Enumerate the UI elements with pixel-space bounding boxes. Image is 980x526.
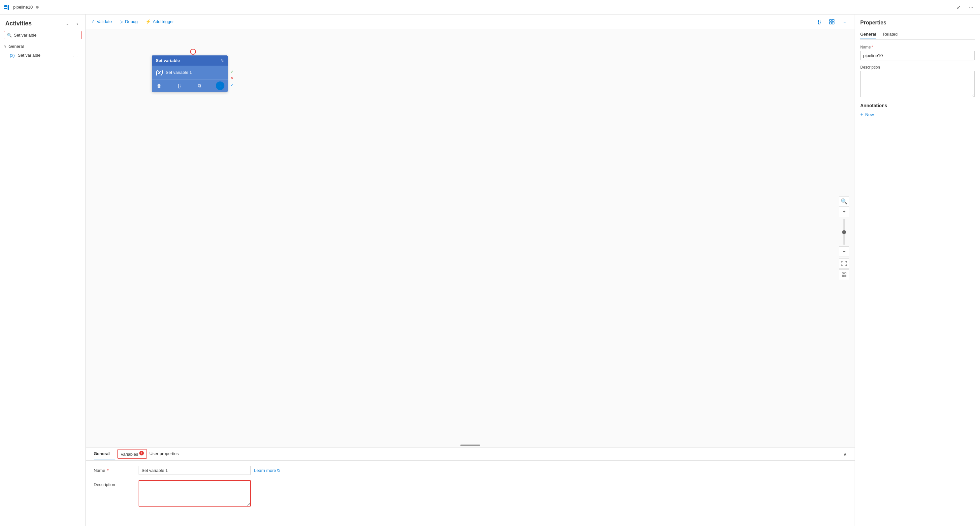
- tab-variables-label: Variables: [121, 452, 138, 457]
- svg-rect-10: [845, 275, 846, 277]
- sidebar-title: Activities: [5, 20, 32, 27]
- debug-button[interactable]: ▷ Debug: [120, 19, 138, 24]
- node-arrow-button[interactable]: →: [216, 81, 224, 90]
- props-name-label: Name *: [860, 45, 975, 49]
- props-name-required: *: [872, 45, 873, 49]
- canvas-resize-handle[interactable]: [460, 445, 480, 446]
- node-body-label: Set variable 1: [165, 70, 192, 75]
- chevron-down-icon: ∨: [4, 44, 6, 48]
- svg-rect-5: [829, 22, 832, 24]
- properties-tabs: General Related: [860, 30, 975, 40]
- validate-icon: ✓: [91, 19, 95, 24]
- layout-button[interactable]: [827, 17, 837, 27]
- name-form-label: Name *: [94, 466, 133, 473]
- node-body: (x) Set variable 1: [152, 66, 228, 79]
- zoom-in-button[interactable]: +: [839, 207, 850, 217]
- tab-variables[interactable]: Variables1: [118, 449, 146, 458]
- node-delete-button[interactable]: 🗑: [155, 82, 163, 90]
- props-description-textarea[interactable]: [860, 71, 975, 97]
- set-variable-label: Set variable: [18, 53, 41, 58]
- description-form-label: Description: [94, 480, 133, 487]
- description-textarea[interactable]: [138, 480, 251, 507]
- name-input[interactable]: [138, 466, 251, 475]
- node-code-button[interactable]: {}: [175, 82, 183, 90]
- node-var-icon: (x): [156, 69, 163, 76]
- collapse-icon[interactable]: ⌄: [63, 19, 72, 28]
- sidebar-header: Activities ⌄ ‹: [0, 14, 86, 30]
- add-trigger-button[interactable]: ⚡ Add trigger: [145, 19, 174, 24]
- props-tab-related-label: Related: [883, 32, 897, 37]
- search-box: 🔍: [4, 31, 81, 39]
- svg-rect-0: [4, 5, 7, 7]
- props-tab-related[interactable]: Related: [883, 30, 897, 39]
- node-success-icon[interactable]: ✓: [229, 68, 235, 75]
- pipeline-name: pipeline10: [13, 5, 33, 10]
- svg-rect-2: [8, 5, 9, 10]
- svg-rect-9: [842, 275, 843, 277]
- node-skip-icon[interactable]: ✓: [229, 82, 235, 88]
- fit-icon: [842, 261, 847, 266]
- zoom-slider-thumb[interactable]: [842, 230, 846, 234]
- learn-more-label: Learn more: [254, 468, 276, 473]
- tab-user-properties[interactable]: User properties: [150, 448, 184, 459]
- zoom-out-button[interactable]: −: [839, 246, 850, 257]
- debug-icon: ▷: [120, 19, 123, 24]
- drag-handle-icon: ⋮⋮: [72, 53, 79, 57]
- add-annotation-button[interactable]: + New: [860, 111, 975, 118]
- props-description-field: Description: [860, 65, 975, 98]
- props-tab-general-label: General: [860, 32, 876, 37]
- props-tab-general[interactable]: General: [860, 30, 876, 39]
- bottom-content: Name * Learn more ⧉ Description: [86, 461, 854, 512]
- search-input[interactable]: [14, 33, 78, 38]
- properties-panel: Properties General Related Name * Descri…: [854, 14, 980, 526]
- unsaved-indicator: [36, 6, 38, 9]
- toolbar: ✓ Validate ▷ Debug ⚡ Add trigger {}: [86, 14, 854, 29]
- canvas-area: ✓ Validate ▷ Debug ⚡ Add trigger {}: [86, 14, 854, 526]
- sidebar: Activities ⌄ ‹ 🔍 ∨ General (x) Set varia…: [0, 14, 86, 526]
- svg-rect-3: [829, 19, 832, 21]
- more-toolbar-button[interactable]: ···: [840, 17, 850, 27]
- plus-icon: +: [860, 111, 863, 118]
- toolbar-right-icons: {} ···: [815, 17, 850, 27]
- canvas[interactable]: Set variable ⤡ (x) Set variable 1 🗑 {} ⧉…: [86, 29, 854, 447]
- json-button[interactable]: {}: [815, 17, 824, 27]
- search-canvas-button[interactable]: 🔍: [839, 196, 850, 207]
- tab-user-properties-label: User properties: [150, 451, 179, 456]
- section-general[interactable]: ∨ General: [0, 42, 86, 51]
- activity-node[interactable]: Set variable ⤡ (x) Set variable 1 🗑 {} ⧉…: [152, 56, 228, 92]
- node-footer: 🗑 {} ⧉ →: [152, 79, 228, 92]
- svg-rect-6: [832, 22, 834, 24]
- node-copy-button[interactable]: ⧉: [196, 82, 204, 90]
- canvas-controls: 🔍 + −: [839, 196, 850, 280]
- svg-rect-7: [842, 273, 843, 274]
- connector-circle: [190, 49, 196, 55]
- bottom-panel: General Variables1 User properties ∧ Nam…: [86, 447, 854, 526]
- main-layout: Activities ⌄ ‹ 🔍 ∨ General (x) Set varia…: [0, 14, 980, 526]
- collapse-panel-button[interactable]: ∧: [843, 451, 847, 457]
- bottom-tabs: General Variables1 User properties ∧: [86, 448, 854, 461]
- tab-general[interactable]: General: [94, 448, 115, 459]
- tab-general-label: General: [94, 451, 110, 456]
- grid-button[interactable]: [839, 269, 850, 280]
- section-general-label: General: [9, 44, 24, 49]
- fit-canvas-button[interactable]: [839, 258, 850, 269]
- props-name-input[interactable]: [860, 51, 975, 60]
- props-description-label-text: Description: [860, 65, 880, 70]
- node-header: Set variable ⤡: [152, 56, 228, 66]
- expand-button[interactable]: ⤢: [954, 2, 964, 12]
- more-options-button[interactable]: ···: [966, 2, 976, 12]
- svg-rect-8: [845, 273, 846, 274]
- list-item[interactable]: (x) Set variable ⋮⋮: [1, 51, 84, 60]
- sidebar-close-icon[interactable]: ‹: [73, 19, 81, 28]
- svg-rect-1: [4, 8, 7, 9]
- props-name-field: Name *: [860, 45, 975, 60]
- name-input-area: Learn more ⧉: [138, 466, 847, 475]
- name-required-star: *: [106, 468, 109, 473]
- learn-more-link[interactable]: Learn more ⧉: [254, 468, 280, 473]
- name-label-text: Name: [94, 468, 105, 473]
- validate-button[interactable]: ✓ Validate: [91, 19, 112, 24]
- node-fail-icon[interactable]: ✕: [229, 75, 235, 81]
- svg-rect-4: [832, 19, 834, 21]
- set-variable-icon: (x): [9, 53, 15, 58]
- props-annotations-title: Annotations: [860, 103, 975, 108]
